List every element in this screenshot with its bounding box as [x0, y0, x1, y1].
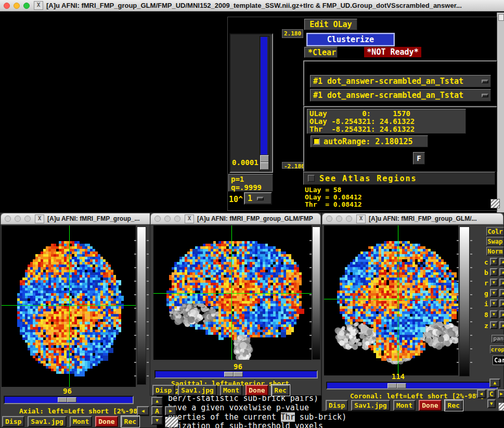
close-traffic-light[interactable] [154, 216, 161, 222]
slider-handle[interactable] [224, 372, 234, 377]
decrease-button[interactable]: ▼ [490, 279, 498, 286]
threshold-slider-thumb[interactable] [260, 155, 269, 170]
mont-button[interactable]: Mont [70, 416, 92, 427]
disp-button[interactable]: Disp [326, 400, 348, 411]
slider-handle[interactable] [397, 383, 406, 388]
slider-handle[interactable] [387, 383, 397, 388]
edit-olay-button[interactable]: Edit OLay [304, 19, 357, 30]
olay-range-row: OLay -8.254321: 24.61322 [309, 118, 463, 125]
minimize-traffic-light[interactable] [164, 216, 171, 222]
save-jpg-button[interactable]: Sav1.jpg [178, 385, 217, 396]
slider-handle[interactable] [67, 397, 76, 402]
disp-button[interactable]: Disp [152, 385, 175, 396]
hint-line-3: operties of the current Thr sub-brick) [168, 412, 346, 422]
clusterize-button[interactable]: Clusterize [306, 33, 395, 46]
axial-titlebar[interactable]: X [A]u AFNI: fMRI_FMP_group_... [1, 213, 157, 224]
coronal-brain-image[interactable] [324, 225, 458, 375]
increase-button[interactable]: ▲ [499, 321, 504, 329]
minimize-traffic-light[interactable] [14, 3, 20, 9]
done-button[interactable]: Done [419, 400, 441, 411]
nav-right-button[interactable]: ▶ [165, 406, 176, 416]
nav-down-button[interactable]: ▼ [151, 416, 163, 425]
zoom-traffic-light[interactable] [174, 216, 180, 222]
disp-button[interactable]: Disp [2, 416, 24, 427]
done-button[interactable]: Done [245, 385, 268, 396]
main-resize-grip[interactable] [490, 199, 500, 208]
save-jpg-button[interactable]: Sav1.jpg [28, 416, 67, 427]
decrease-button[interactable]: ▼ [490, 289, 498, 297]
function-button[interactable]: F [413, 152, 425, 165]
decrease-button[interactable]: ▼ [490, 321, 498, 329]
mont-button[interactable]: Mont [393, 400, 416, 411]
grayscale-ticks [457, 228, 459, 373]
slider-handle[interactable] [234, 372, 243, 377]
nav-right-button[interactable]: ▶ [498, 389, 504, 398]
increase-button[interactable]: ▲ [499, 279, 504, 286]
autorange-toggle[interactable]: autoRange: 2.180125 [311, 135, 428, 147]
thr-subbrick-menu[interactable]: #1 dot_answer-scrambled_an_Tstat [310, 89, 491, 102]
nav-c-button[interactable]: C [487, 389, 496, 398]
increase-button[interactable]: ▲ [499, 289, 504, 297]
minimize-traffic-light[interactable] [15, 216, 21, 222]
done-button[interactable]: Done [95, 416, 118, 427]
power-option-menu[interactable]: 1 [244, 192, 272, 205]
viewer-resize-grip[interactable] [498, 402, 504, 411]
nav-a-button[interactable]: A [151, 406, 163, 416]
axial-title: [A]u AFNI: fMRI_FMP_group_... [47, 215, 140, 222]
crop-button[interactable]: crop [490, 345, 504, 354]
sagittal-titlebar[interactable]: X [A]u AFNI: fMRI_FMP_group_GLM/FMP [150, 213, 321, 224]
decrease-button[interactable]: ▼ [490, 268, 498, 276]
axial-slice-slider[interactable] [4, 396, 134, 404]
zoom-traffic-light[interactable] [346, 216, 352, 222]
sagittal-slice-slider[interactable] [154, 370, 318, 379]
nav-up-button[interactable]: ▲ [151, 397, 163, 406]
thr-subbrick-value: #1 dot_answer-scrambled_an_Tstat [313, 91, 463, 100]
range-rows-box: ULay 0: 1570 OLay -8.254321: 24.61322 Th… [307, 109, 466, 134]
nav-up-button[interactable]: ▲ [489, 379, 500, 387]
zoom-traffic-light[interactable] [23, 3, 30, 9]
decrease-button[interactable]: ▼ [490, 310, 498, 318]
rec-button[interactable]: Rec [272, 385, 290, 396]
main-window-titlebar[interactable]: X [A]u AFNI: fMRI_FMP_group_GLM/FMP_UD/M… [0, 0, 504, 11]
coronal-button-row: Disp Sav1.jpg Mont Done Rec [326, 400, 463, 411]
autorange-label: autoRange: 2.180125 [324, 137, 413, 146]
atlas-regions-toggle[interactable]: See Atlas Regions [303, 172, 495, 185]
increase-button[interactable]: ▲ [499, 268, 504, 276]
viewer-resize-grip[interactable] [165, 417, 178, 427]
atlas-regions-checkbox[interactable] [308, 175, 315, 182]
increase-button[interactable]: ▲ [499, 299, 504, 307]
ignore-letter: i [484, 300, 488, 308]
close-traffic-light[interactable] [326, 216, 332, 222]
sagittal-brain-image[interactable] [153, 225, 312, 360]
sagittal-button-row: Disp Sav1.jpg Mont Done Rec [152, 385, 290, 396]
pan-button[interactable]: pan [492, 335, 504, 343]
mont-button[interactable]: Mont [220, 385, 242, 396]
decrease-button[interactable]: ▼ [490, 299, 498, 307]
option-menu-indicator-icon [257, 197, 264, 200]
coronal-slice-slider[interactable] [326, 382, 498, 389]
minimize-traffic-light[interactable] [336, 216, 342, 222]
swap-button[interactable]: Swap [486, 237, 504, 246]
increase-button[interactable]: ▲ [499, 310, 504, 318]
nav-left-button[interactable]: ◀ [137, 406, 149, 416]
colr-button[interactable]: Colr [486, 227, 504, 236]
close-traffic-light[interactable] [5, 216, 11, 222]
save-jpg-button[interactable]: Sav1.jpg [351, 400, 390, 411]
olay-subbrick-menu[interactable]: #1 dot_answer-scrambled_an_Tstat [310, 75, 491, 87]
clear-button[interactable]: *Clear [304, 47, 338, 58]
axial-brain-image[interactable] [2, 225, 136, 387]
slider-handle[interactable] [58, 397, 67, 402]
zoom-traffic-light[interactable] [24, 216, 31, 222]
card-option-menu[interactable]: Card [493, 356, 504, 365]
decrease-button[interactable]: ▼ [490, 258, 498, 266]
close-traffic-light[interactable] [4, 3, 10, 9]
rec-button[interactable]: Rec [445, 400, 463, 411]
norm-button[interactable]: Norm [486, 247, 504, 256]
increase-button[interactable]: ▲ [499, 258, 504, 266]
coronal-titlebar[interactable]: X [A]u AFNI: fMRI_FMP_group_GLM/... [322, 213, 503, 224]
autorange-checkbox[interactable] [313, 138, 320, 145]
nav-left-button[interactable]: ◀ [477, 389, 486, 398]
q-value-label: q=.9999 [231, 183, 270, 192]
nav-down-button[interactable]: ▼ [487, 399, 496, 408]
threshold-slider-track[interactable] [260, 36, 269, 171]
